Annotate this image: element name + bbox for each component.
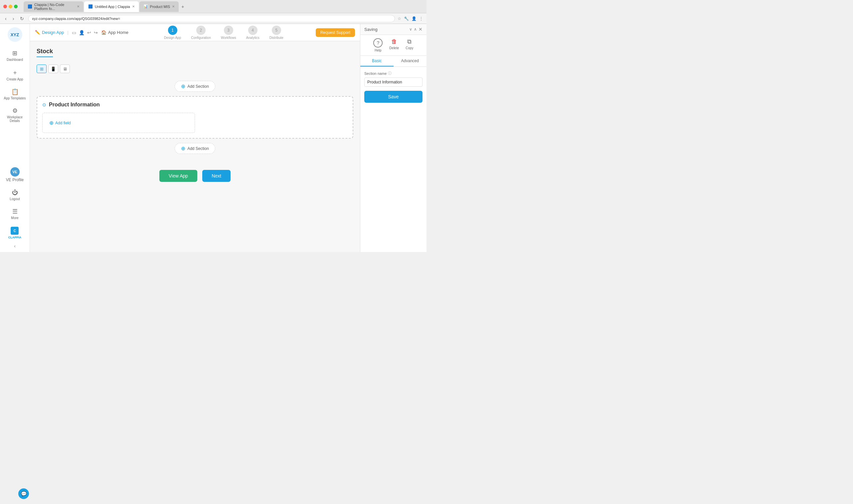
section-name-input[interactable]	[364, 77, 422, 87]
step-3[interactable]: 3 Workflows	[221, 25, 236, 39]
more-icon: ☰	[12, 208, 18, 215]
panel-expand-button[interactable]: ∧	[414, 27, 417, 32]
step-1[interactable]: 1 Design App	[164, 25, 181, 39]
sidebar-item-workplace-details[interactable]: ⚙ Workplace Details	[2, 104, 28, 125]
right-panel-header: Saving ∨ ∧ ✕	[360, 24, 426, 35]
back-button[interactable]: ‹	[3, 15, 8, 22]
sidebar-logo: XYZ	[8, 27, 22, 42]
profile-icon[interactable]: 👤	[412, 16, 417, 21]
top-bar: ✏️ Design App | ▭ 👤 ↩ ↪ 🏠 App Home 1 Des…	[30, 24, 360, 41]
select-icon[interactable]: ▭	[72, 30, 76, 35]
address-text: xyz-company.clappia.com/app/QSG039824/ed…	[32, 17, 120, 21]
undo-icon[interactable]: ↩	[87, 30, 91, 35]
app-home-label: App Home	[108, 30, 128, 35]
panel-close-button[interactable]: ✕	[419, 26, 422, 32]
plus-icon-field: ⊕	[49, 120, 54, 126]
delete-icon: 🗑	[391, 38, 397, 45]
sidebar-label-app-templates: App Templates	[4, 96, 26, 100]
save-button[interactable]: Save	[364, 91, 422, 103]
tab-1-close[interactable]: ✕	[77, 5, 80, 8]
tool-copy[interactable]: ⧉ Copy	[405, 38, 413, 52]
profile-avatar: VE	[10, 167, 20, 177]
right-panel: Saving ∨ ∧ ✕ ? Help 🗑 Delete	[360, 24, 426, 252]
extensions-icon[interactable]: 🔧	[404, 16, 409, 21]
step-4[interactable]: 4 Analytics	[246, 25, 260, 39]
app-layout: XYZ ⊞ Dashboard ＋ Create App 📋 App Templ…	[0, 24, 426, 252]
sidebar-item-dashboard[interactable]: ⊞ Dashboard	[2, 47, 28, 64]
add-section-bottom-label: Add Section	[187, 146, 209, 151]
sidebar-label-workplace-details: Workplace Details	[3, 115, 27, 123]
step-5[interactable]: 5 Distribute	[269, 25, 283, 39]
add-section-bottom-row: ⊕ Add Section	[37, 140, 353, 157]
section-container[interactable]: ⊙ Product Information ⊕ Add field	[37, 96, 353, 139]
home-icon: 🏠	[101, 30, 106, 35]
sidebar-label-more: More	[11, 216, 19, 220]
close-traffic-light[interactable]	[3, 5, 7, 8]
add-field-button[interactable]: ⊕ Add field	[49, 120, 71, 126]
sidebar-item-more[interactable]: ☰ More	[2, 205, 28, 222]
minimize-traffic-light[interactable]	[8, 5, 12, 8]
new-tab-button[interactable]: +	[179, 1, 186, 12]
tab-advanced[interactable]: Advanced	[394, 56, 427, 67]
app-home-button[interactable]: 🏠 App Home	[101, 30, 128, 35]
workplace-details-icon: ⚙	[12, 107, 18, 114]
section-name-label: Section name ⓘ	[364, 71, 422, 76]
copy-icon: ⧉	[407, 38, 412, 45]
view-app-button[interactable]: View App	[159, 170, 197, 182]
sidebar-bottom: VE VE Profile ⏻ Logout ☰ More C CLAPPIA …	[0, 165, 30, 249]
step-2-circle: 2	[196, 25, 206, 35]
tab-basic[interactable]: Basic	[360, 56, 394, 67]
maximize-traffic-light[interactable]	[14, 5, 18, 8]
sidebar-item-logout[interactable]: ⏻ Logout	[2, 186, 28, 203]
traffic-lights	[3, 5, 18, 8]
sidebar: XYZ ⊞ Dashboard ＋ Create App 📋 App Templ…	[0, 24, 30, 252]
add-section-bottom-button[interactable]: ⊕ Add Section	[175, 143, 215, 154]
panel-collapse-button[interactable]: ∨	[409, 27, 412, 32]
tab-1[interactable]: 🟦 Clappia | No-Code Platform fo... ✕	[24, 1, 84, 12]
address-bar-row: ‹ › ↻ xyz-company.clappia.com/app/QSG039…	[0, 13, 426, 24]
tab-1-label: Clappia | No-Code Platform fo...	[34, 3, 75, 11]
tool-row: ? Help 🗑 Delete ⧉ Copy	[364, 38, 423, 52]
help-label: Help	[375, 49, 382, 52]
tool-help[interactable]: ? Help	[373, 38, 383, 52]
tool-delete[interactable]: 🗑 Delete	[389, 38, 399, 52]
mobile-view-button[interactable]: 📱	[48, 65, 58, 73]
steps-bar: 1 Design App 2 Configuration 3 Workflows…	[135, 25, 312, 39]
design-app-button[interactable]: ✏️ Design App	[35, 30, 64, 35]
forward-button[interactable]: ›	[11, 15, 16, 22]
desktop-view-button[interactable]: ⊞	[37, 65, 47, 73]
add-field-label: Add field	[55, 121, 71, 125]
add-section-top-button[interactable]: ⊕ Add Section	[175, 81, 215, 92]
sidebar-label-profile: VE Profile	[6, 178, 24, 182]
copy-label: Copy	[405, 46, 413, 50]
add-section-top-row: ⊕ Add Section	[37, 78, 353, 94]
browser-chrome: 🟦 Clappia | No-Code Platform fo... ✕ 🟦 U…	[0, 0, 426, 13]
sidebar-label-create-app: Create App	[6, 77, 23, 81]
tab-3-close[interactable]: ✕	[172, 5, 175, 8]
tab-2[interactable]: 🟦 Untitled App | Clappia ✕	[84, 1, 139, 12]
design-app-label: Design App	[42, 30, 64, 35]
redo-icon[interactable]: ↪	[94, 30, 98, 35]
sidebar-collapse-button[interactable]: ‹	[14, 244, 16, 249]
step-2[interactable]: 2 Configuration	[191, 25, 211, 39]
sidebar-item-app-templates[interactable]: 📋 App Templates	[2, 86, 28, 103]
tab-2-close[interactable]: ✕	[132, 5, 135, 8]
panel-body: Section name ⓘ Save	[360, 67, 426, 252]
tab-3[interactable]: 📊 Product MIS ✕	[139, 1, 179, 12]
clappia-brand-label: CLAPPIA	[8, 236, 22, 239]
section-body: ⊕ Add field	[42, 113, 195, 133]
saving-status: Saving	[364, 27, 378, 32]
next-button[interactable]: Next	[202, 170, 230, 182]
reload-button[interactable]: ↻	[18, 15, 25, 22]
menu-icon[interactable]: ⋮	[419, 16, 423, 21]
user-icon[interactable]: 👤	[79, 30, 85, 35]
sidebar-item-profile[interactable]: VE VE Profile	[2, 165, 28, 185]
tab-2-favicon: 🟦	[88, 4, 93, 8]
step-5-label: Distribute	[269, 36, 283, 39]
address-bar[interactable]: xyz-company.clappia.com/app/QSG039824/ed…	[28, 15, 395, 22]
tablet-view-button[interactable]: 🖥	[60, 65, 70, 73]
request-support-button[interactable]: Request Support	[316, 28, 355, 37]
bookmark-icon[interactable]: ☆	[398, 16, 401, 21]
stock-header: Stock	[37, 46, 53, 57]
sidebar-item-create-app[interactable]: ＋ Create App	[2, 66, 28, 84]
